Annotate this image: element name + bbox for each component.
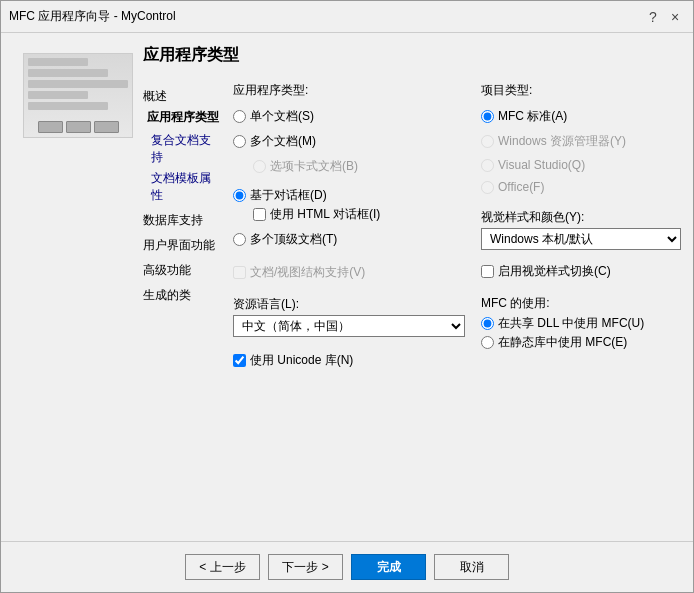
- checkbox-visual-switch-label[interactable]: 启用视觉样式切换(C): [498, 263, 611, 280]
- sidebar-item-compound-doc[interactable]: 复合文档支持: [143, 130, 225, 168]
- mfc-use-label: MFC 的使用:: [481, 295, 681, 312]
- checkbox-doc-view: 文档/视图结构支持(V): [233, 263, 465, 282]
- radio-shared-dll-label[interactable]: 在共享 DLL 中使用 MFC(U): [498, 315, 644, 332]
- checkbox-html-dialog-label[interactable]: 使用 HTML 对话框(I): [270, 206, 380, 223]
- mfc-use-section: MFC 的使用: 在共享 DLL 中使用 MFC(U) 在静态库中使用 MFC(…: [481, 295, 681, 352]
- checkbox-visual-switch-input[interactable]: [481, 265, 494, 278]
- radio-static-lib-input[interactable]: [481, 336, 494, 349]
- visual-style-label: 视觉样式和颜色(Y):: [481, 209, 681, 226]
- body-area: 概述 应用程序类型 复合文档支持 文档模板属性 数据库支持 用户界面功能 高级功…: [143, 82, 681, 521]
- radio-single-doc: 单个文档(S): [233, 107, 465, 126]
- resource-lang-label: 资源语言(L):: [233, 296, 465, 313]
- radio-windows-explorer: Windows 资源管理器(Y): [481, 132, 681, 151]
- radio-visual-studio-label: Visual Studio(Q): [498, 158, 585, 172]
- cancel-button[interactable]: 取消: [434, 554, 509, 580]
- radio-mfc-standard-label[interactable]: MFC 标准(A): [498, 108, 567, 125]
- checkbox-doc-view-label: 文档/视图结构支持(V): [250, 264, 365, 281]
- radio-tab-doc-input: [253, 160, 266, 173]
- checkbox-unicode-input[interactable]: [233, 354, 246, 367]
- preview-line-2: [28, 69, 108, 77]
- sidebar-item-doc-template[interactable]: 文档模板属性: [143, 168, 225, 206]
- bottom-bar: < 上一步 下一步 > 完成 取消: [1, 541, 693, 592]
- radio-dialog: 基于对话框(D): [233, 186, 465, 205]
- radio-multi-top-input[interactable]: [233, 233, 246, 246]
- radio-tab-doc-label: 选项卡式文档(B): [270, 158, 358, 175]
- sidebar-item-app-type[interactable]: 应用程序类型: [143, 107, 225, 128]
- radio-tab-doc: 选项卡式文档(B): [233, 157, 465, 176]
- radio-multi-top: 多个顶级文档(T): [233, 230, 465, 249]
- checkbox-html-dialog: 使用 HTML 对话框(I): [233, 205, 465, 224]
- preview-btn-3: [94, 121, 119, 133]
- form-col-right: 项目类型: MFC 标准(A) Windows 资源管理器(Y) Visual …: [481, 82, 681, 521]
- radio-shared-dll: 在共享 DLL 中使用 MFC(U): [481, 314, 681, 333]
- radio-multi-doc-label[interactable]: 多个文档(M): [250, 133, 316, 150]
- radio-dialog-label[interactable]: 基于对话框(D): [250, 187, 327, 204]
- radio-visual-studio-input: [481, 159, 494, 172]
- radio-dialog-input[interactable]: [233, 189, 246, 202]
- radio-windows-explorer-label: Windows 资源管理器(Y): [498, 133, 626, 150]
- page-title: 应用程序类型: [143, 45, 681, 66]
- finish-button[interactable]: 完成: [351, 554, 426, 580]
- preview-buttons: [28, 121, 128, 133]
- form-col-left: 应用程序类型: 单个文档(S) 多个文档(M) 选项卡式文档(B): [233, 82, 465, 521]
- left-panel: [13, 45, 143, 521]
- main-window: MFC 应用程序向导 - MyControl ? ×: [0, 0, 694, 593]
- radio-mfc-standard-input[interactable]: [481, 110, 494, 123]
- checkbox-unicode-label[interactable]: 使用 Unicode 库(N): [250, 352, 353, 369]
- sidebar-item-overview[interactable]: 概述: [143, 86, 225, 107]
- preview-image: [23, 53, 133, 138]
- preview-line-1: [28, 58, 88, 66]
- app-type-label: 应用程序类型:: [233, 82, 465, 99]
- main-content: 应用程序类型 概述 应用程序类型 复合文档支持 文档模板属性 数据库支持 用户界…: [143, 45, 681, 521]
- radio-multi-doc-input[interactable]: [233, 135, 246, 148]
- checkbox-doc-view-input: [233, 266, 246, 279]
- radio-mfc-standard: MFC 标准(A): [481, 107, 681, 126]
- checkbox-unicode: 使用 Unicode 库(N): [233, 351, 465, 370]
- radio-office-input: [481, 181, 494, 194]
- radio-single-doc-input[interactable]: [233, 110, 246, 123]
- preview-line-3: [28, 80, 128, 88]
- checkbox-html-dialog-input[interactable]: [253, 208, 266, 221]
- sidebar: 概述 应用程序类型 复合文档支持 文档模板属性 数据库支持 用户界面功能 高级功…: [143, 82, 233, 521]
- radio-shared-dll-input[interactable]: [481, 317, 494, 330]
- close-button[interactable]: ×: [665, 7, 685, 27]
- title-controls: ? ×: [643, 7, 685, 27]
- title-bar: MFC 应用程序向导 - MyControl ? ×: [1, 1, 693, 33]
- preview-inner: [24, 54, 132, 137]
- sidebar-item-ui-features[interactable]: 用户界面功能: [143, 235, 225, 256]
- preview-line-5: [28, 102, 108, 110]
- next-button[interactable]: 下一步 >: [268, 554, 343, 580]
- radio-static-lib: 在静态库中使用 MFC(E): [481, 333, 681, 352]
- preview-btn-2: [66, 121, 91, 133]
- checkbox-visual-switch: 启用视觉样式切换(C): [481, 262, 681, 281]
- radio-visual-studio: Visual Studio(Q): [481, 157, 681, 173]
- resource-lang-section: 资源语言(L): 中文（简体，中国） English: [233, 296, 465, 337]
- sidebar-item-classes[interactable]: 生成的类: [143, 285, 225, 306]
- radio-office: Office(F): [481, 179, 681, 195]
- visual-style-section: 视觉样式和颜色(Y): Windows 本机/默认 Office 2003 Vi…: [481, 209, 681, 250]
- sidebar-item-advanced[interactable]: 高级功能: [143, 260, 225, 281]
- window-title: MFC 应用程序向导 - MyControl: [9, 8, 643, 25]
- radio-single-doc-label[interactable]: 单个文档(S): [250, 108, 314, 125]
- sidebar-item-db-support[interactable]: 数据库支持: [143, 210, 225, 231]
- help-button[interactable]: ?: [643, 7, 663, 27]
- radio-office-label: Office(F): [498, 180, 544, 194]
- resource-lang-select[interactable]: 中文（简体，中国） English: [233, 315, 465, 337]
- content-area: 应用程序类型 概述 应用程序类型 复合文档支持 文档模板属性 数据库支持 用户界…: [1, 33, 693, 533]
- project-type-label: 项目类型:: [481, 82, 681, 99]
- radio-multi-top-label[interactable]: 多个顶级文档(T): [250, 231, 337, 248]
- form-area: 应用程序类型: 单个文档(S) 多个文档(M) 选项卡式文档(B): [233, 82, 681, 521]
- radio-static-lib-label[interactable]: 在静态库中使用 MFC(E): [498, 334, 627, 351]
- back-button[interactable]: < 上一步: [185, 554, 260, 580]
- visual-style-select[interactable]: Windows 本机/默认 Office 2003 Visual Studio …: [481, 228, 681, 250]
- radio-multi-doc: 多个文档(M): [233, 132, 465, 151]
- preview-line-4: [28, 91, 88, 99]
- radio-windows-explorer-input: [481, 135, 494, 148]
- preview-btn-1: [38, 121, 63, 133]
